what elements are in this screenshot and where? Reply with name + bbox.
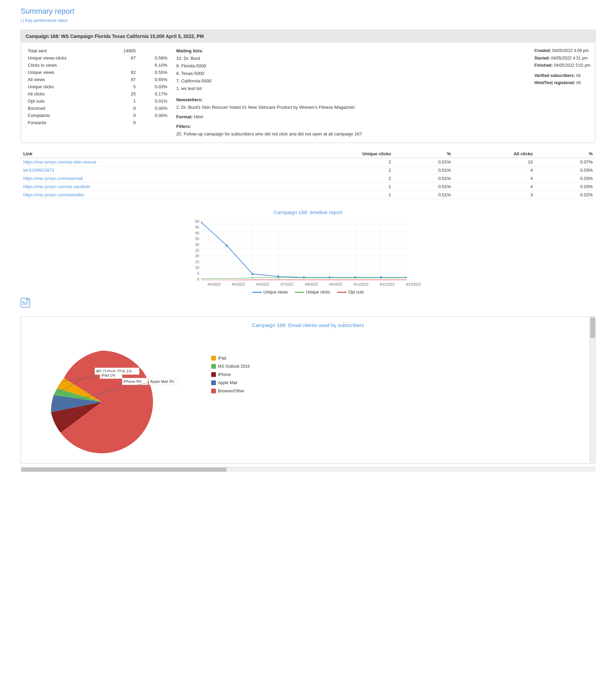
- table-row: https://me.rymys.com/wstwitter 1 0.01% 3…: [21, 191, 595, 199]
- pie-legend-label: Browser/Other: [218, 387, 244, 395]
- stat-row: Unique views-clicks 87 0.58%: [26, 54, 169, 62]
- scrollbar-thumb[interactable]: [590, 317, 595, 338]
- chart-area: 05101520253035404550: [195, 219, 421, 281]
- all-pct-cell: 0.03%: [536, 174, 595, 183]
- pie-legend-item: iPad: [211, 354, 250, 362]
- unique-clicks-cell: 1: [281, 183, 394, 191]
- stat-row: Forwards 0: [26, 119, 169, 126]
- link-cell[interactable]: https://me.rymys.com/wsemail: [21, 174, 281, 183]
- x-axis-label: 4/7/2022: [280, 283, 294, 286]
- stat-label: Forwards: [26, 119, 107, 126]
- stat-row: Complaints 0 0.00%: [26, 112, 169, 119]
- filters-value: 20. Follow-up campaign for subscribers w…: [176, 131, 362, 136]
- kpi-link[interactable]: |-| Key performance ratios: [21, 18, 68, 23]
- x-axis-label: 4/6/2022: [256, 283, 269, 286]
- stat-row: Clicks to views 6.10%: [26, 62, 169, 69]
- stat-pct: 0.01%: [138, 97, 169, 105]
- stat-label: Bounced: [26, 105, 107, 112]
- link-cell[interactable]: https://me.rymys.com/wstwitter: [21, 191, 281, 199]
- all-clicks-cell: 10: [454, 158, 536, 166]
- created-label: Created:: [535, 48, 551, 53]
- legend-item: Unique clicks: [295, 290, 330, 295]
- stat-label: Opt outs: [26, 97, 107, 105]
- pie-legend-label: Apple Mail: [218, 379, 237, 387]
- page-title: Summary report: [21, 7, 595, 16]
- all-clicks-cell: 3: [454, 191, 536, 199]
- stat-label: All views: [26, 76, 107, 83]
- svg-text:Apple Mail 3%: Apple Mail 3%: [150, 379, 175, 383]
- x-axis-label: 4/13/2022: [406, 283, 421, 286]
- unique-clicks-cell: 1: [281, 191, 394, 199]
- pie-svg: MS Outlook 2016 1% iPad 1% iPhone 8% App…: [26, 334, 197, 457]
- y-axis-label: 0: [195, 277, 199, 281]
- timeline-svg: [201, 219, 407, 280]
- pie-legend-dot: [211, 356, 216, 361]
- svg-point-29: [278, 277, 279, 278]
- stat-value: 5: [107, 83, 138, 90]
- verified-value: All: [576, 73, 580, 78]
- pie-legend-item: MS Outlook 2016: [211, 362, 250, 370]
- pie-legend-dot: [211, 380, 216, 385]
- table-row: https://me.rymys.com/ws-skin-rescue 2 0.…: [21, 158, 595, 166]
- stat-pct: [138, 119, 169, 126]
- timeline-title: Campaign 168: timeline report: [21, 209, 595, 215]
- unique-clicks-cell: 2: [281, 174, 394, 183]
- mailing-list-item: 10. Dr. Burd: [176, 55, 514, 62]
- y-axis-label: 20: [195, 254, 199, 258]
- link-col-header: Link: [21, 150, 281, 158]
- link-cell[interactable]: tel:6199922873: [21, 166, 281, 174]
- campaign-section: Campaign 168: WS Campaign Florida Texas …: [21, 30, 595, 143]
- y-axis-label: 15: [195, 260, 199, 264]
- format-label: Format:: [176, 114, 193, 119]
- filters-label: Filters:: [176, 124, 191, 129]
- stat-value: 0: [107, 112, 138, 119]
- vertical-scrollbar[interactable]: [590, 317, 595, 463]
- pie-legend: iPad MS Outlook 2016 iPhone Apple Mail B…: [211, 354, 250, 395]
- link-cell[interactable]: https://me.rymys.com/ws-sanitizer: [21, 183, 281, 191]
- export-icon[interactable]: [21, 298, 595, 310]
- campaign-header: Campaign 168: WS Campaign Florida Texas …: [21, 30, 595, 42]
- pie-legend-item: Apple Mail: [211, 379, 250, 387]
- mailing-lists: 10. Dr. Burd9. Florida-50008. Texas-5000…: [176, 55, 514, 92]
- stat-label: Total sent: [26, 47, 107, 54]
- all-pct-cell: 0.03%: [536, 183, 595, 191]
- x-axis-label: 4/11/2022: [353, 283, 369, 286]
- y-axis-label: 40: [195, 231, 199, 235]
- stat-pct: [138, 47, 169, 54]
- bottom-scrollbar[interactable]: [21, 467, 595, 472]
- mailing-list-item: 1. ws test list: [176, 85, 514, 92]
- stats-table: Total sent 14905 Unique views-clicks 87 …: [26, 47, 169, 138]
- link-cell[interactable]: https://me.rymys.com/ws-skin-rescue: [21, 158, 281, 166]
- pie-legend-dot: [211, 389, 216, 393]
- svg-point-26: [380, 276, 382, 278]
- legend-item: Unique views: [252, 290, 288, 295]
- svg-text:iPhone 8%: iPhone 8%: [124, 379, 142, 383]
- svg-point-20: [226, 245, 228, 247]
- stat-pct: 0.00%: [138, 105, 169, 112]
- html-text-label: Html/Text registered:: [535, 80, 575, 85]
- pie-legend-label: MS Outlook 2016: [218, 362, 250, 370]
- table-row: https://me.rymys.com/ws-sanitizer 1 0.01…: [21, 183, 595, 191]
- stat-row: Unique clicks 5 0.03%: [26, 83, 169, 90]
- mailing-lists-label: Mailing lists:: [176, 48, 203, 53]
- finished-label: Finished:: [535, 63, 553, 68]
- stat-value: 82: [107, 69, 138, 76]
- all-clicks-col-header: All clicks: [454, 150, 536, 158]
- stat-row: Bounced 0 0.00%: [26, 105, 169, 112]
- stat-value: 87: [107, 54, 138, 62]
- mailing-list-item: 8. Texas-5000: [176, 70, 514, 77]
- bottom-scrollbar-thumb[interactable]: [21, 468, 227, 472]
- started-label: Started:: [535, 56, 550, 61]
- all-pct-cell: 0.07%: [536, 158, 595, 166]
- unique-pct-cell: 0.01%: [394, 158, 454, 166]
- x-axis-label: 4/4/2022: [207, 283, 221, 286]
- svg-point-21: [252, 273, 254, 275]
- legend-color: [337, 292, 347, 293]
- meta-right: Created: 04/05/2022 4:09 pm Started: 04/…: [535, 47, 590, 138]
- stat-row: All clicks 25 0.17%: [26, 90, 169, 97]
- y-axis-label: 45: [195, 225, 199, 229]
- svg-point-24: [329, 276, 331, 278]
- unique-pct-cell: 0.01%: [394, 191, 454, 199]
- finished-value: 04/05/2022 5:02 pm: [554, 63, 590, 68]
- links-table: Link Unique clicks % All clicks % https:…: [21, 150, 595, 199]
